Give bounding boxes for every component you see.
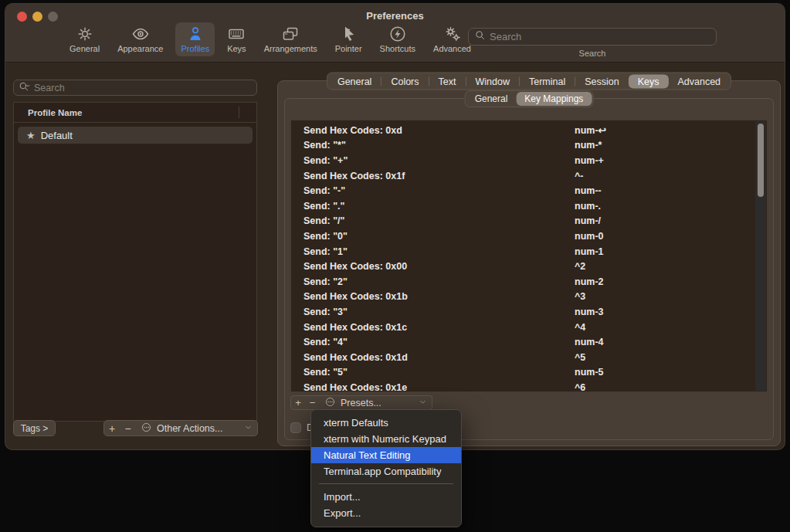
toolbar-item-label: Keys [227,44,246,53]
keymap-row[interactable]: Send Hex Codes: 0x1b^3 [291,290,767,305]
keymap-row[interactable]: Send: "4"num-4 [291,334,767,350]
chevron-down-icon [419,398,427,408]
profile-list: Profile Name ★ Default [13,102,257,422]
checkbox[interactable] [290,422,301,433]
search-filter-icon [19,81,31,95]
toolbar-item-shortcuts[interactable]: Shortcuts [375,22,421,56]
other-actions-dropdown[interactable]: Other Actions... [136,420,258,436]
eye-icon [131,25,150,43]
add-key-mapping-button[interactable]: + [290,395,306,410]
keyboard-icon [227,25,246,43]
keymap-row[interactable]: Send: "1"num-1 [291,244,767,259]
profile-search-input[interactable] [34,83,252,93]
toolbar-search-label: Search [468,49,717,58]
menu-separator [319,483,453,484]
profile-tabs: General Colors Text Window Terminal Sess… [327,73,731,90]
tab-text[interactable]: Text [429,74,466,88]
tab-terminal[interactable]: Terminal [520,74,575,88]
toolbar-item-label: General [70,44,100,53]
search-icon [474,29,486,44]
toolbar-item-label: Profiles [181,44,209,53]
content-area: Profile Name ★ Default Tags > + − Other … [5,63,785,449]
menu-item-import[interactable]: Import... [311,489,461,505]
person-icon [186,25,205,43]
toolbar-search-input[interactable] [490,31,710,42]
tab-window[interactable]: Window [466,74,518,88]
keymap-row[interactable]: Send: "*"num-* [291,138,767,154]
keymap-row[interactable]: Send Hex Codes: 0x1c^4 [291,320,767,335]
scrollbar-track[interactable] [755,121,766,391]
toolbar-item-appearance[interactable]: Appearance [112,22,168,56]
remove-key-mapping-button[interactable]: − [305,395,320,410]
scrollbar-thumb[interactable] [758,124,764,197]
keymap-row[interactable]: Send: "-"num-- [291,183,767,198]
add-profile-button[interactable]: + [103,420,120,436]
column-separator [239,107,239,118]
keymap-row[interactable]: Send: "+"num-+ [291,153,767,168]
key-mappings-table: Send Hex Codes: 0xdnum-↩ Send: "*"num-* … [290,120,768,392]
menu-item-xterm-numeric-keypad[interactable]: xterm with Numeric Keypad [311,431,461,447]
profile-name: Default [41,130,73,141]
keymap-row[interactable]: Send Hex Codes: 0x1f^- [291,168,767,184]
subtab-key-mappings[interactable]: Key Mappings [516,92,592,106]
toolbar-item-keys[interactable]: Keys [222,22,251,56]
tab-keys[interactable]: Keys [629,74,669,88]
toolbar-item-profiles[interactable]: Profiles [175,22,215,56]
toolbar-item-label: Advanced [433,44,471,53]
keymap-row[interactable]: Send Hex Codes: 0x1e^6 [291,380,767,392]
windows-icon [281,25,300,43]
profile-name-column-header: Profile Name [28,108,82,117]
tags-button[interactable]: Tags > [13,420,56,436]
presets-menu: xterm Defaults xterm with Numeric Keypad… [310,409,462,527]
subtab-general[interactable]: General [466,92,517,106]
preferences-toolbar: General Appearance Profiles Keys Arrange… [64,22,476,56]
toolbar-item-label: Appearance [117,44,163,53]
keymap-row[interactable]: Send: "/"num-/ [291,214,767,229]
cursor-icon [339,25,358,43]
tab-general[interactable]: General [328,74,381,88]
keymap-row[interactable]: Send Hex Codes: 0x00^2 [291,259,767,274]
keymap-row[interactable]: Send Hex Codes: 0x1d^5 [291,350,767,365]
circle-ellipsis-icon [324,396,336,410]
circle-ellipsis-icon [141,422,152,435]
gears-icon [443,25,462,43]
menu-item-xterm-defaults[interactable]: xterm Defaults [311,415,461,431]
profile-list-header[interactable]: Profile Name [14,103,256,123]
window-title: Preferences [5,10,785,22]
menu-item-terminal-app-compatibility[interactable]: Terminal.app Compatibility [311,463,461,479]
keymap-row[interactable]: Send: "2"num-2 [291,274,767,290]
gear-icon [76,25,94,43]
default-star-icon: ★ [26,130,36,141]
chevron-down-icon [244,423,253,434]
keymap-row[interactable]: Send: "0"num-0 [291,229,767,244]
toolbar-search-field[interactable] [468,28,717,46]
keymap-row[interactable]: Send: "."num-. [291,198,767,214]
keymap-row[interactable]: Send Hex Codes: 0xdnum-↩ [291,123,767,138]
toolbar-item-pointer[interactable]: Pointer [330,22,368,56]
remove-profile-button[interactable]: − [120,420,137,436]
toolbar-item-label: Arrangements [264,44,317,53]
toolbar-item-label: Shortcuts [380,44,415,53]
profile-row-default[interactable]: ★ Default [18,127,253,144]
keys-section: General Key Mappings Send Hex Codes: 0xd… [284,98,774,440]
presets-dropdown[interactable]: Presets... [320,395,432,410]
presets-label: Presets... [341,398,381,408]
toolbar-item-arrangements[interactable]: Arrangements [259,22,323,56]
bolt-icon [388,25,407,43]
keys-subtabs: General Key Mappings [465,90,594,107]
keymap-row[interactable]: Send: "3"num-3 [291,304,767,320]
tab-colors[interactable]: Colors [381,74,428,88]
toolbar-item-label: Pointer [335,44,362,53]
profile-settings-panel: General Colors Text Window Terminal Sess… [277,80,781,446]
tab-session[interactable]: Session [575,74,628,88]
menu-item-export[interactable]: Export... [311,505,461,521]
other-actions-label: Other Actions... [157,423,222,434]
menu-item-natural-text-editing[interactable]: Natural Text Editing [311,447,461,463]
preferences-window: Preferences General Appearance Profiles … [5,3,785,450]
profile-search-field[interactable] [13,80,257,96]
tab-advanced[interactable]: Advanced [668,74,730,88]
toolbar-item-general[interactable]: General [64,22,105,56]
titlebar: Preferences General Appearance Profiles … [5,4,785,63]
keymap-row[interactable]: Send: "5"num-5 [291,365,767,381]
